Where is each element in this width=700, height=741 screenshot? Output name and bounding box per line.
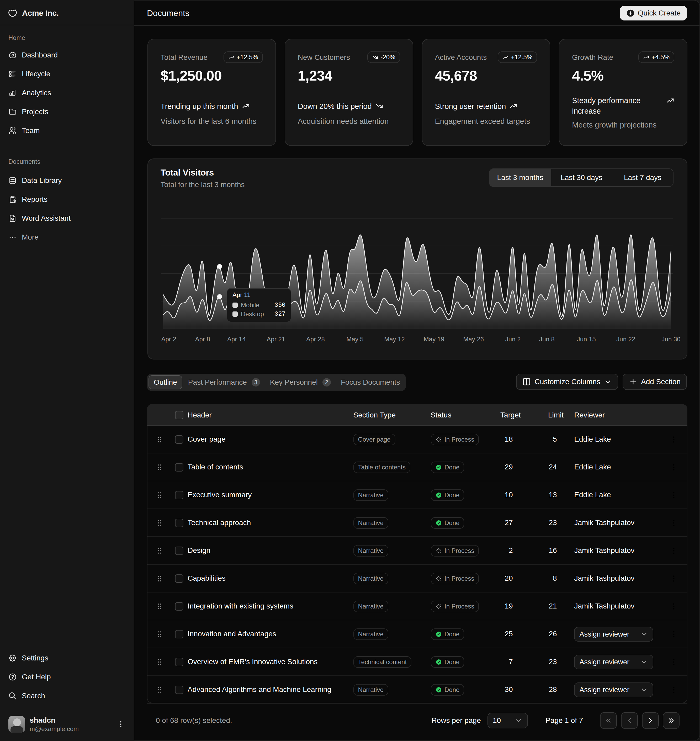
svg-text:Apr 21: Apr 21 bbox=[266, 335, 285, 343]
svg-text:Jun 22: Jun 22 bbox=[616, 335, 635, 343]
svg-text:Apr 2: Apr 2 bbox=[161, 335, 176, 343]
svg-text:Apr 14: Apr 14 bbox=[227, 335, 246, 343]
svg-text:May 26: May 26 bbox=[463, 335, 484, 343]
svg-text:Jun 30: Jun 30 bbox=[662, 335, 681, 343]
svg-text:May 12: May 12 bbox=[384, 335, 405, 343]
svg-text:Jun 8: Jun 8 bbox=[539, 335, 554, 343]
svg-text:Apr 8: Apr 8 bbox=[195, 335, 210, 343]
svg-text:May 19: May 19 bbox=[424, 335, 444, 343]
svg-text:Apr 28: Apr 28 bbox=[306, 335, 325, 343]
svg-text:Jun 15: Jun 15 bbox=[577, 335, 596, 343]
svg-text:May 5: May 5 bbox=[346, 335, 363, 343]
svg-text:Jun 2: Jun 2 bbox=[505, 335, 521, 343]
